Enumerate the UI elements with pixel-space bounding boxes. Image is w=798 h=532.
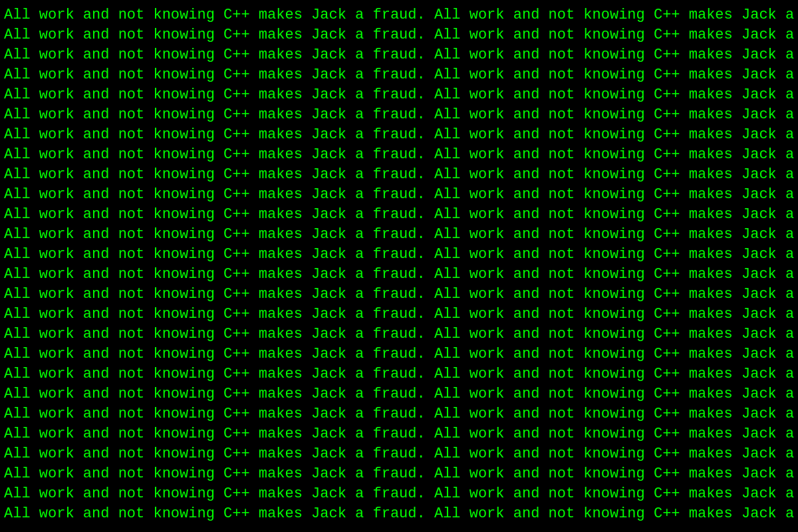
text-line: All work and not knowing C++ makes Jack … xyxy=(4,325,794,344)
text-line: All work and not knowing C++ makes Jack … xyxy=(4,484,794,504)
text-line: All work and not knowing C++ makes Jack … xyxy=(4,45,794,65)
main-content: All work and not knowing C++ makes Jack … xyxy=(4,5,794,527)
text-line: All work and not knowing C++ makes Jack … xyxy=(4,145,794,165)
text-line: All work and not knowing C++ makes Jack … xyxy=(4,185,794,205)
text-line: All work and not knowing C++ makes Jack … xyxy=(4,424,794,444)
text-line: All work and not knowing C++ makes Jack … xyxy=(4,125,794,145)
text-line: All work and not knowing C++ makes Jack … xyxy=(4,344,794,364)
text-line: All work and not knowing C++ makes Jack … xyxy=(4,384,794,404)
text-line: All work and not knowing C++ makes Jack … xyxy=(4,105,794,125)
text-line: All work and not knowing C++ makes Jack … xyxy=(4,364,794,384)
text-line: All work and not knowing C++ makes Jack … xyxy=(4,504,794,524)
text-line: All work and not knowing C++ makes Jack … xyxy=(4,65,794,85)
text-line: All work and not knowing C++ makes Jack … xyxy=(4,265,794,285)
text-line: All work and not knowing C++ makes Jack … xyxy=(4,225,794,245)
text-line: All work and not knowing C++ makes Jack … xyxy=(4,5,794,25)
text-line: All work and not knowing C++ makes Jack … xyxy=(4,205,794,225)
text-line: All work and not knowing C++ makes Jack … xyxy=(4,165,794,185)
text-line: All work and not knowing C++ makes Jack … xyxy=(4,444,794,464)
text-line: All work and not knowing C++ makes Jack … xyxy=(4,464,794,484)
text-line: All work and not knowing C++ makes Jack … xyxy=(4,25,794,45)
text-line: All work and not knowing C++ makes Jack … xyxy=(4,404,794,424)
text-line: All work and not knowing C++ makes Jack … xyxy=(4,245,794,265)
text-line: All work and not knowing C++ makes Jack … xyxy=(4,285,794,305)
text-line: All work and not knowing C++ makes Jack … xyxy=(4,305,794,325)
text-line: All work and not knowing C++ makes Jack … xyxy=(4,85,794,105)
